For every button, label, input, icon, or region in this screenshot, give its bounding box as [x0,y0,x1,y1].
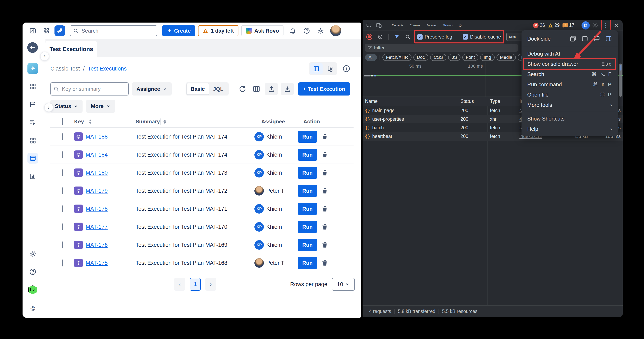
menu-item-open-file[interactable]: Open file⌘ P [522,90,618,100]
help-icon[interactable] [302,26,311,36]
request-type-chip[interactable]: Fetch/XHR [382,54,412,61]
dock-right-icon-selected[interactable] [605,35,612,42]
assignee-avatar[interactable] [254,258,264,268]
record-network-log-icon[interactable] [366,34,372,40]
issue-key-link[interactable]: MAT-178 [86,206,108,212]
summary-text[interactable]: Test Execution for Test Plan MAT-168 [136,260,254,266]
columns-icon[interactable] [251,83,262,95]
sidebar-toggle-icon[interactable] [28,26,38,36]
assignee-avatar[interactable] [254,186,264,196]
request-type-chip[interactable]: Media [496,54,516,61]
download-icon[interactable] [281,83,294,95]
prev-page-button[interactable]: ‹ [174,278,185,291]
summary-text[interactable]: Test Execution for Test Plan MAT-169 [136,242,254,248]
rail-test-runs-icon[interactable] [28,117,38,128]
rail-quality-app-icon[interactable]: l.✓ [28,284,38,295]
rail-settings-gear-icon[interactable] [28,248,38,259]
back-button[interactable] [27,42,38,53]
settings-gear-icon[interactable] [316,26,325,36]
notifications-bell-icon[interactable] [288,26,298,36]
rail-copyright-icon[interactable]: © [28,303,38,314]
issue-key-link[interactable]: MAT-184 [86,152,108,158]
refresh-icon[interactable] [237,83,248,95]
create-button[interactable]: Create [162,25,195,36]
menu-item-run-command[interactable]: Run command⌘ ⇧ P [522,79,618,90]
user-avatar[interactable] [330,25,341,36]
app-switcher-icon[interactable] [41,26,52,36]
issue-key-link[interactable]: MAT-177 [86,224,108,230]
rail-overview-icon[interactable] [28,81,38,92]
issues-count-badge[interactable]: ! 17 [562,23,574,28]
sidebar-expand-chevron[interactable]: › [40,52,49,61]
delete-trash-icon[interactable] [322,133,328,140]
delete-trash-icon[interactable] [322,259,328,266]
run-button[interactable]: Run [298,149,317,161]
ask-rovo-button[interactable]: Ask Rovo [241,25,284,36]
assignee-avatar[interactable]: KP [254,132,264,141]
assignee-avatar[interactable]: KP [254,150,264,159]
rows-per-page-select[interactable]: 10 [332,278,355,291]
page-tab[interactable]: Test Executions [46,41,97,57]
row-checkbox[interactable] [62,133,63,140]
more-panels-chevron[interactable]: » [457,22,463,29]
table-row[interactable]: MAT-176 Test Execution for Test Plan MAT… [50,236,354,254]
rail-table-view-icon-selected[interactable] [28,153,38,164]
rail-flag-icon[interactable] [28,99,38,110]
summary-text[interactable]: Test Execution for Test Plan MAT-174 [136,152,254,158]
device-toolbar-icon[interactable] [374,21,384,30]
request-type-chip[interactable]: CSS [430,54,446,61]
project-avatar[interactable]: ✈ [28,63,38,74]
assignee-avatar[interactable]: KP [254,168,264,177]
table-row[interactable]: MAT-179 Test Execution for Test Plan MAT… [50,182,354,200]
devtools-tab-sources[interactable]: Sources [423,20,440,31]
current-page-button[interactable]: 1 [190,278,201,291]
row-checkbox[interactable] [62,187,63,194]
key-summary-input[interactable] [50,82,129,96]
select-all-checkbox[interactable] [62,118,63,125]
close-devtools-icon[interactable]: ✕ [612,22,621,29]
row-checkbox[interactable] [62,259,63,266]
devtools-settings-gear-icon[interactable] [590,21,600,30]
network-filter-input[interactable] [374,45,497,51]
delete-trash-icon[interactable] [322,169,328,176]
rail-reports-icon[interactable] [28,171,38,182]
issue-key-link[interactable]: MAT-176 [86,242,108,248]
run-button[interactable]: Run [298,221,317,233]
next-page-button[interactable]: › [205,278,216,291]
table-row[interactable]: MAT-188 Test Execution for Test Plan MAT… [50,128,354,146]
menu-item-more-tools[interactable]: More tools› [522,100,618,110]
global-search-input[interactable] [70,25,157,36]
scrollbar-thumb[interactable] [619,64,622,97]
basic-mode-button[interactable]: Basic [186,83,209,95]
request-type-chip[interactable]: Doc [413,54,428,61]
row-checkbox[interactable] [62,169,63,176]
delete-trash-icon[interactable] [322,223,328,230]
rail-help-icon[interactable] [28,266,38,277]
trial-countdown-button[interactable]: 1 day left [198,25,238,36]
summary-text[interactable]: Test Execution for Test Plan MAT-171 [136,206,254,212]
key-column-header[interactable]: Key [74,119,136,125]
table-row[interactable]: MAT-184 Test Execution for Test Plan MAT… [50,146,354,164]
request-type-chip[interactable]: Img [480,54,495,61]
disable-cache-checkbox[interactable]: ✓ Disable cache [463,34,501,40]
tree-view-toggle[interactable] [324,63,336,74]
rail-apps-icon[interactable] [28,135,38,146]
devtools-tab-elements[interactable]: Elements [388,20,406,31]
run-button[interactable]: Run [298,131,317,143]
delete-trash-icon[interactable] [322,151,328,158]
table-row[interactable]: MAT-177 Test Execution for Test Plan MAT… [50,218,354,236]
error-count-badge[interactable]: ✕ 26 [533,23,545,28]
status-column-header[interactable]: Status [458,99,488,104]
ai-assistance-icon[interactable] [582,21,590,30]
menu-item-search[interactable]: Search⌘ ⌥ F [522,69,618,79]
table-row[interactable]: MAT-178 Test Execution for Test Plan MAT… [50,200,354,218]
network-search-icon[interactable] [403,33,412,41]
menu-item-show-shortcuts[interactable]: Show Shortcuts [522,114,618,124]
breadcrumb-project[interactable]: Classic Test [50,66,80,72]
dock-left-icon[interactable] [581,35,588,42]
table-row[interactable]: MAT-175 Test Execution for Test Plan MAT… [50,254,354,272]
delete-trash-icon[interactable] [322,187,328,194]
summary-text[interactable]: Test Execution for Test Plan MAT-172 [136,188,254,194]
row-checkbox[interactable] [62,223,63,230]
run-button[interactable]: Run [298,203,317,215]
